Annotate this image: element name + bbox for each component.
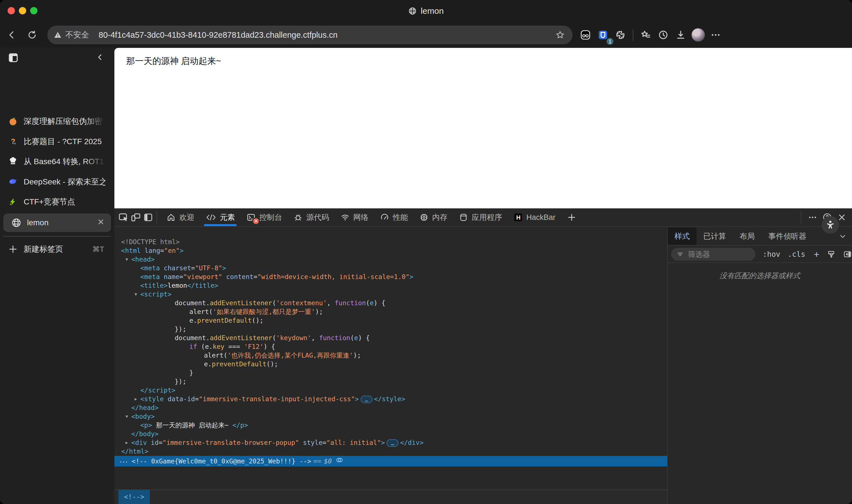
devtools-tab-源代码[interactable]: 源代码 <box>288 208 335 227</box>
devtools-tab-性能[interactable]: 性能 <box>374 208 414 227</box>
password-extension-button[interactable]: 1 <box>595 27 611 43</box>
rendering-brush-icon[interactable] <box>827 250 836 259</box>
expand-arrow-icon[interactable]: ▶ <box>133 395 139 403</box>
dom-tree-line[interactable]: ▶<style data-id="immersive-translate-inp… <box>115 395 667 403</box>
dom-tree-line[interactable]: }); <box>115 377 667 386</box>
history-button[interactable] <box>655 27 671 43</box>
security-chip[interactable]: 不安全 <box>54 30 89 40</box>
browser-toolbar: 不安全 80-4f1c4a57-3dc0-41b3-8410-92e8781da… <box>0 22 852 48</box>
devtools-tab-label: 内存 <box>432 212 448 222</box>
computed-sidebar-toggle-icon[interactable] <box>843 250 852 259</box>
dom-tree-line[interactable]: <meta charset="UTF-8"> <box>115 264 667 273</box>
sidebar-tab-1[interactable]: ?比赛题目 - ?CTF 2025 <box>0 132 115 151</box>
dom-tree-line[interactable]: </head> <box>115 403 667 412</box>
tab-panel-icon[interactable] <box>7 52 19 64</box>
devtools-add-tab-button[interactable] <box>561 208 582 227</box>
collapse-arrow-icon[interactable]: ▼ <box>133 290 139 299</box>
breadcrumb-comment-node[interactable]: <!--> <box>118 490 150 504</box>
dom-tree-line[interactable]: }); <box>115 325 667 334</box>
network-icon <box>340 213 350 222</box>
devtools-tab-欢迎[interactable]: 欢迎 <box>161 208 200 227</box>
dock-panel-icon[interactable] <box>142 210 154 224</box>
new-style-rule-button[interactable]: + <box>814 249 819 260</box>
devtools-more-menu-icon[interactable] <box>805 210 820 225</box>
dom-tree-line[interactable]: <html lang="en"> <box>115 246 667 255</box>
devtools-tab-内存[interactable]: 内存 <box>414 208 453 227</box>
favorite-star-button[interactable] <box>554 29 566 41</box>
styles-filter-input[interactable]: 筛选器 <box>671 248 755 261</box>
goggles-extension-icon <box>580 29 591 40</box>
expand-arrow-icon[interactable]: ▶ <box>123 438 130 447</box>
dom-tree-line[interactable]: if (e.key === 'F12') { <box>115 342 667 351</box>
dom-tree-line[interactable]: ▼<head> <box>115 255 667 264</box>
chevron-down-icon[interactable] <box>838 232 847 240</box>
url-text[interactable]: 80-4f1c4a57-3dc0-41b3-8410-92e8781dad23.… <box>99 31 554 40</box>
hackbar-icon: H <box>514 213 523 222</box>
favorites-list-button[interactable] <box>638 27 654 43</box>
collapse-arrow-icon[interactable]: ▼ <box>123 412 130 421</box>
pseudo-state-toggle[interactable]: :hov <box>763 250 780 258</box>
avatar-button[interactable] <box>690 27 706 43</box>
home-icon <box>166 213 176 222</box>
dom-tree-line[interactable]: <meta name="viewport" content="width=dev… <box>115 273 667 281</box>
styles-tabs-overflow[interactable] <box>838 228 847 245</box>
dom-tree-line[interactable]: } <box>115 368 667 377</box>
dom-tree-line[interactable]: ▼<script> <box>115 290 667 299</box>
devtools-tab-label: 性能 <box>393 212 408 222</box>
downloads-button[interactable] <box>673 27 689 43</box>
titlebar: lemon <box>0 0 852 22</box>
dom-tree-line[interactable]: document.addEventListener('keydown', fun… <box>115 334 667 342</box>
sidebar-tab-active-5[interactable]: lemon <box>3 213 111 232</box>
sidebar-tab-3[interactable]: DeepSeek - 探索未至之境 <box>0 173 115 191</box>
styles-panel-tab-已计算[interactable]: 已计算 <box>696 228 733 245</box>
address-bar[interactable]: 不安全 80-4f1c4a57-3dc0-41b3-8410-92e8781da… <box>47 25 573 44</box>
application-icon <box>459 213 468 222</box>
copilot-badge-icon[interactable] <box>335 456 344 464</box>
devtools-tab-网络[interactable]: 网络 <box>335 208 374 227</box>
back-button[interactable] <box>4 27 20 43</box>
devtools-tab-控制台[interactable]: ✕控制台 <box>241 208 288 227</box>
inspect-cursor-icon[interactable] <box>117 210 129 224</box>
sidebar-tab-0[interactable]: 深度理解压缩包伪加密 | C3 <box>0 112 115 131</box>
devtools-tab-label: 控制台 <box>259 212 282 222</box>
close-tab-button[interactable] <box>97 218 105 228</box>
dom-tree-line[interactable]: <title>lemon</title> <box>115 281 667 290</box>
dom-tree-line[interactable]: alert('也许我,仍会选择,某个FLAG,再跟你重逢'); <box>115 351 667 360</box>
close-tab-icon[interactable] <box>97 218 105 226</box>
elements-tree-panel[interactable]: <!DOCTYPE html><html lang="en">▼<head><m… <box>115 228 667 504</box>
styles-panel-tab-布局[interactable]: 布局 <box>733 228 762 245</box>
dom-tree-line[interactable]: e.preventDefault(); <box>115 316 667 325</box>
dom-tree-line[interactable]: e.preventDefault(); <box>115 360 667 368</box>
element-class-toggle[interactable]: .cls <box>788 250 805 258</box>
devtools-tab-应用程序[interactable]: 应用程序 <box>453 208 508 227</box>
dom-node-selected-flag-comment[interactable]: •••<!-- 0xGame{Welc0me_t0_0xG@me_2025_We… <box>115 456 667 467</box>
new-tab-shortcut: ⌘T <box>92 245 104 254</box>
sidebar-tab-4[interactable]: CTF+竞赛节点 <box>0 193 115 211</box>
goggles-extension-button[interactable] <box>578 27 593 43</box>
dom-tree-line[interactable]: ▶<div id="immersive-translate-browser-po… <box>115 438 667 447</box>
dom-tree-line[interactable]: </script> <box>115 386 667 395</box>
dom-tree-line[interactable]: </html> <box>115 447 667 456</box>
dom-tree-line[interactable]: <!DOCTYPE html> <box>115 238 667 246</box>
collapse-sidebar-icon[interactable] <box>95 52 105 62</box>
styles-panel-tab-样式[interactable]: 样式 <box>668 228 696 245</box>
styles-panel-tab-事件侦听器[interactable]: 事件侦听器 <box>762 228 813 245</box>
dom-tree-line[interactable]: alert('如果右键跟酸与涩,都只是梦一重'); <box>115 307 667 316</box>
reload-button[interactable] <box>24 27 40 43</box>
dom-tree-line[interactable]: document.addEventListener('contextmenu',… <box>115 299 667 307</box>
collapse-arrow-icon[interactable]: ▼ <box>123 255 130 264</box>
dom-tree-line[interactable]: <p> 那一天的源神 启动起来~ </p> <box>115 421 667 430</box>
inspect-cursor-icon <box>118 212 129 223</box>
dom-tree-line[interactable]: </body> <box>115 430 667 438</box>
sidebar-tab-2[interactable]: 从 Base64 转换, ROT13 暴 <box>0 152 115 171</box>
devtools-tab-元素[interactable]: 元素 <box>200 208 241 227</box>
collapsed-content-pill[interactable]: … <box>386 439 398 447</box>
collapsed-content-pill[interactable]: … <box>361 396 372 403</box>
new-tab-button[interactable]: 新建标签页 ⌘T <box>0 240 115 258</box>
device-emulation-icon[interactable] <box>129 210 142 224</box>
more-menu-button[interactable] <box>708 27 724 43</box>
dom-tree-line[interactable]: ▼<body> <box>115 412 667 421</box>
extensions-puzzle-button[interactable] <box>612 27 628 43</box>
dock-panel-icon <box>143 212 154 223</box>
devtools-tab-HackBar[interactable]: HHackBar <box>508 208 561 227</box>
